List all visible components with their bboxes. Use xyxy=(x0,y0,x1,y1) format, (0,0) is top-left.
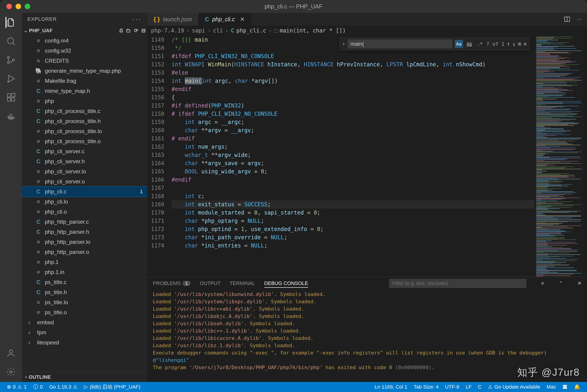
status-problems-ext[interactable]: ⓘ 0 xyxy=(30,384,46,390)
crumb-file[interactable]: php_cli.c xyxy=(236,28,266,34)
file-item[interactable]: Cphp_cli_server.c xyxy=(22,146,147,156)
crumb-symbol[interactable]: main(int, char * []) xyxy=(280,28,346,34)
folder-item[interactable]: ›fpm xyxy=(22,328,147,338)
panel-collapse-icon[interactable]: ⌃ xyxy=(559,280,563,286)
match-word-toggle[interactable]: Ab xyxy=(465,40,474,48)
tab-file-icon: { } xyxy=(154,16,160,23)
file-item[interactable]: Cphp_cli.c1 xyxy=(22,186,147,197)
explorer-icon[interactable] xyxy=(6,17,16,28)
source-control-icon[interactable] xyxy=(6,54,16,66)
file-item[interactable]: ≡config.m4 xyxy=(22,36,147,46)
file-item[interactable]: ≡config.w32 xyxy=(22,46,147,56)
file-item[interactable]: Cphp_cli_process_title.h xyxy=(22,116,147,126)
sidebar-more-icon[interactable]: ··· xyxy=(132,16,142,23)
accounts-icon[interactable] xyxy=(6,348,16,358)
tab-more-icon[interactable]: ··· xyxy=(577,16,582,22)
file-item[interactable]: ≡php_http_parser.o xyxy=(22,247,147,257)
close-window-button[interactable] xyxy=(6,4,12,9)
match-case-toggle[interactable]: Aa xyxy=(455,40,463,48)
search-icon[interactable] xyxy=(6,36,16,47)
status-cursor[interactable]: Ln 1169, Col 1 xyxy=(371,384,410,390)
folder-item[interactable]: ›litespeed xyxy=(22,338,147,348)
status-debug-target[interactable]: ▷ (lldb) 启动 (PHP_UAF) xyxy=(81,384,144,390)
panel-filter-input[interactable] xyxy=(389,279,526,288)
tab-problems[interactable]: PROBLEMS1 xyxy=(153,280,190,286)
minimize-window-button[interactable] xyxy=(16,4,21,9)
new-folder-icon[interactable]: 🗀 xyxy=(126,28,131,34)
status-os[interactable]: Mac xyxy=(543,384,559,390)
file-item[interactable]: ≡php.1.in xyxy=(22,267,147,277)
collapse-icon[interactable]: ⊟ xyxy=(141,28,146,34)
outline-label: OUTLINE xyxy=(28,374,51,380)
split-editor-icon[interactable] xyxy=(564,16,570,23)
file-item[interactable]: ≡php_cli_server.lo xyxy=(22,166,147,176)
file-item[interactable]: ≡php_cli_process_title.o xyxy=(22,136,147,146)
file-item[interactable]: ≡php_cli.lo xyxy=(22,197,147,207)
find-prev-icon[interactable]: ↑ xyxy=(507,41,510,47)
tab-terminal[interactable]: TERMINAL xyxy=(230,280,255,286)
maximize-window-button[interactable] xyxy=(25,4,30,9)
file-item[interactable]: ≡php_cli_server.o xyxy=(22,176,147,186)
file-icon: ≡ xyxy=(35,138,42,144)
file-item[interactable]: ≡ps_title.o xyxy=(22,308,147,318)
file-item[interactable]: ≡php_cli_process_title.lo xyxy=(22,126,147,136)
outline-section[interactable]: › OUTLINE xyxy=(22,372,147,382)
extensions-icon[interactable] xyxy=(6,92,16,103)
status-encoding[interactable]: UTF-8 xyxy=(442,384,462,390)
crumb[interactable]: php-7.4.19 xyxy=(151,28,184,34)
file-icon: ≡ xyxy=(35,48,42,54)
tab-close-icon[interactable]: ✕ xyxy=(240,16,245,23)
file-item[interactable]: Cps_title.c xyxy=(22,277,147,287)
find-next-icon[interactable]: ↓ xyxy=(512,41,516,47)
panel-view-icon[interactable]: ≡ xyxy=(541,280,544,286)
new-file-icon[interactable]: ⎙ xyxy=(120,28,122,34)
file-item[interactable]: ≡CREDITS xyxy=(22,56,147,66)
status-language[interactable]: C xyxy=(475,384,485,390)
file-icon: ≡ xyxy=(35,168,42,175)
project-header[interactable]: ⌄ PHP_UAF ⎙ 🗀 ⟳ ⊟ xyxy=(22,26,147,36)
status-eol[interactable]: LF xyxy=(462,384,475,390)
find-close-icon[interactable]: ✕ xyxy=(524,41,527,47)
file-item[interactable]: Cphp_cli_server.h xyxy=(22,156,147,166)
status-feedback-icon[interactable]: 🕿 xyxy=(559,384,571,390)
file-item[interactable]: ≡php_http_parser.lo xyxy=(22,237,147,247)
run-debug-icon[interactable] xyxy=(6,73,16,84)
file-label: ps_title.lo xyxy=(45,299,68,306)
find-selection-icon[interactable]: ≡ xyxy=(518,41,521,47)
file-item[interactable]: ≡Makefile.frag xyxy=(22,76,147,86)
panel-close-icon[interactable]: ✕ xyxy=(578,280,582,286)
editor-tab[interactable]: Cphp_cli.c✕ xyxy=(198,13,252,26)
file-item[interactable]: ≡php xyxy=(22,96,147,106)
file-item[interactable]: Cphp_http_parser.h xyxy=(22,227,147,237)
breadcrumbs[interactable]: php-7.4.19› sapi› cli› C php_cli.c› ⬚ ma… xyxy=(147,26,587,36)
code-editor[interactable]: 1149115011511152115311541155115611571158… xyxy=(147,36,587,277)
file-item[interactable]: Cmime_type_map.h xyxy=(22,86,147,96)
settings-gear-icon[interactable] xyxy=(6,366,16,377)
crumb[interactable]: sapi xyxy=(192,28,205,34)
tab-output[interactable]: OUTPUT xyxy=(200,280,220,286)
status-bell-icon[interactable]: 🔔 xyxy=(571,384,583,390)
code-content[interactable]: /* {{{ main */#ifdef PHP_CLI_WIN32_NO_CO… xyxy=(169,36,534,277)
file-item[interactable]: Cphp_cli_process_title.c xyxy=(22,106,147,116)
tab-debug-console[interactable]: DEBUG CONSOLE xyxy=(264,280,308,286)
crumb[interactable]: cli xyxy=(213,28,223,34)
file-item[interactable]: Cphp_http_parser.c xyxy=(22,217,147,227)
docker-icon[interactable] xyxy=(6,111,16,122)
editor-tab[interactable]: { }launch.json xyxy=(147,13,198,26)
refresh-icon[interactable]: ⟳ xyxy=(134,28,138,34)
file-item[interactable]: 🐘generate_mime_type_map.php xyxy=(22,66,147,76)
status-tabsize[interactable]: Tab Size: 4 xyxy=(411,384,442,390)
status-errors[interactable]: ⊗ 0 ⚠ 1 xyxy=(4,384,30,390)
minimap[interactable] xyxy=(534,36,587,277)
status-go-update[interactable]: ⚠ Go Update Available xyxy=(485,384,543,390)
file-item[interactable]: Cps_title.h xyxy=(22,287,147,297)
file-item[interactable]: ≡php_cli.o xyxy=(22,207,147,217)
find-input[interactable] xyxy=(348,39,452,48)
status-go[interactable]: Go 1.16.3⚠ xyxy=(46,384,81,390)
folder-item[interactable]: ›embed xyxy=(22,318,147,328)
file-item[interactable]: ≡ps_title.lo xyxy=(22,297,147,308)
find-expand-icon[interactable]: › xyxy=(342,41,345,47)
regex-toggle[interactable]: .* xyxy=(476,40,484,48)
file-item[interactable]: ≡php.1 xyxy=(22,257,147,267)
svg-point-9 xyxy=(10,350,12,353)
